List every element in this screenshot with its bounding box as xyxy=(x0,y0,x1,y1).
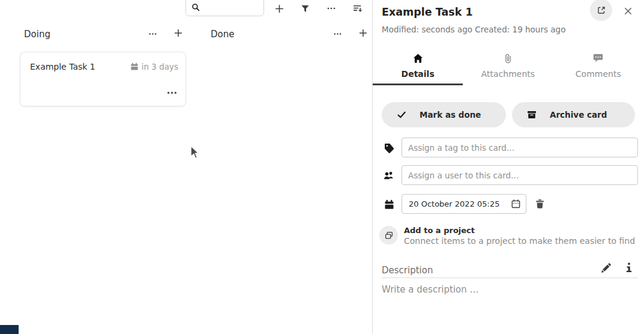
sort-button[interactable] xyxy=(349,1,365,16)
tab-label: Details xyxy=(402,69,435,79)
ellipsis-icon xyxy=(327,4,336,13)
mark-as-done-button[interactable]: Mark as done xyxy=(382,102,506,127)
calendar-icon xyxy=(384,199,394,210)
search-box[interactable] xyxy=(185,0,264,16)
plus-icon xyxy=(358,28,368,38)
open-in-new-window-button[interactable] xyxy=(590,0,612,21)
card-title: Example Task 1 xyxy=(30,62,95,71)
taskbar-fragment xyxy=(0,325,19,334)
tag-icon xyxy=(384,143,394,153)
assign-user-input[interactable] xyxy=(402,165,638,185)
panel-meta: Modified: seconds ago Created: 19 hours … xyxy=(382,25,565,34)
external-link-icon xyxy=(597,5,606,15)
doing-add-card-button[interactable] xyxy=(170,25,186,41)
done-column-menu-button[interactable] xyxy=(330,26,345,41)
home-icon xyxy=(413,53,423,64)
done-add-card-button[interactable] xyxy=(355,25,371,41)
tab-label: Comments xyxy=(576,69,621,79)
column-title-done: Done xyxy=(211,29,234,40)
close-panel-button[interactable] xyxy=(621,4,634,17)
add-list-button[interactable] xyxy=(271,1,287,16)
remove-due-date-button[interactable] xyxy=(535,199,545,209)
mouse-pointer-icon xyxy=(190,145,203,161)
tab-comments[interactable]: Comments xyxy=(553,50,643,85)
edit-description-button[interactable] xyxy=(601,263,611,273)
column-title-doing: Doing xyxy=(24,29,50,40)
add-to-project-subtitle: Connect items to a project to make them … xyxy=(404,236,635,246)
filter-button[interactable] xyxy=(297,1,313,16)
add-to-project-button[interactable] xyxy=(379,226,398,244)
filter-funnel-icon xyxy=(301,4,310,13)
sort-list-icon xyxy=(352,4,363,14)
assign-tag-input[interactable] xyxy=(402,138,638,157)
task-card[interactable]: Example Task 1 in 3 days xyxy=(20,52,186,106)
plus-icon xyxy=(173,28,183,38)
tab-label: Attachments xyxy=(481,69,535,79)
ellipsis-icon xyxy=(167,88,177,98)
panel-tabs: Details Attachments Comments xyxy=(373,50,643,85)
ellipsis-icon xyxy=(148,29,157,38)
board-menu-button[interactable] xyxy=(324,1,339,16)
info-icon[interactable] xyxy=(624,263,634,273)
assign-user-icon xyxy=(384,171,394,180)
card-menu-button[interactable] xyxy=(167,88,177,98)
button-label: Archive card xyxy=(550,110,607,120)
tab-details[interactable]: Details xyxy=(373,50,463,85)
archive-card-button[interactable]: Archive card xyxy=(512,102,635,127)
due-date-value: 20 October 2022 05:25 xyxy=(409,199,511,208)
close-icon xyxy=(624,7,633,16)
tab-attachments[interactable]: Attachments xyxy=(463,50,553,85)
archive-box-icon xyxy=(527,110,537,120)
button-label: Mark as done xyxy=(420,110,481,120)
plus-icon xyxy=(274,4,284,14)
ellipsis-icon xyxy=(333,29,342,38)
description-divider xyxy=(382,278,638,278)
card-due-date: in 3 days xyxy=(130,62,178,71)
card-due-label: in 3 days xyxy=(142,62,178,71)
active-tab-underline xyxy=(373,84,463,85)
description-label: Description xyxy=(382,265,433,276)
calendar-icon xyxy=(130,62,139,71)
description-placeholder[interactable]: Write a description … xyxy=(382,284,479,295)
checkmark-icon xyxy=(397,110,406,120)
pencil-icon xyxy=(601,263,611,273)
search-icon xyxy=(186,3,200,16)
paperclip-icon xyxy=(504,53,513,64)
overlapping-windows-icon xyxy=(384,231,394,240)
trash-icon xyxy=(535,199,545,209)
panel-title: Example Task 1 xyxy=(382,6,473,18)
search-input[interactable] xyxy=(200,1,254,16)
add-to-project-title: Add to a project xyxy=(404,226,475,235)
due-date-field[interactable]: 20 October 2022 05:25 xyxy=(402,194,526,214)
chat-bubble-icon xyxy=(593,53,603,64)
kanban-app-window: Doing Done Example Task 1 in xyxy=(0,0,644,334)
doing-column-menu-button[interactable] xyxy=(145,26,160,41)
date-picker-button[interactable] xyxy=(511,199,521,209)
